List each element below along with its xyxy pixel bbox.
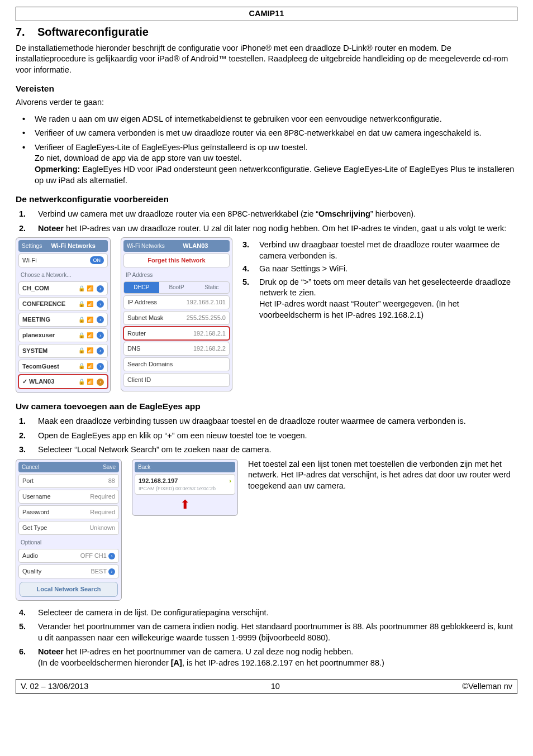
chevron-right-icon[interactable]: ›: [108, 553, 115, 559]
wifi-row-icons: 🔒 📶 ›: [78, 362, 104, 370]
cancel-button[interactable]: Cancel: [22, 463, 39, 471]
tab-dhcp[interactable]: DHCP: [124, 282, 159, 293]
wifi-row-icons: 🔒 📶 ›: [78, 300, 104, 308]
field-value: BEST: [91, 568, 107, 575]
search-domains-row[interactable]: Search Domains: [123, 357, 230, 371]
chevron-right-icon[interactable]: ›: [108, 568, 115, 575]
wifi-row-icons: 🔒 📶 ›: [78, 378, 104, 386]
bold-word: Noteer: [38, 224, 64, 233]
chevron-right-icon[interactable]: ›: [97, 316, 104, 323]
footer-version: V. 02 – 13/06/2013: [21, 681, 88, 692]
side-steps: 3.Verbind uw draagbaar toestel met de dr…: [242, 237, 517, 323]
detail-key: Search Domains: [127, 360, 173, 369]
detail-value: 255.255.255.0: [187, 314, 226, 322]
save-button[interactable]: Save: [103, 463, 116, 471]
field-label: Port: [22, 477, 34, 485]
wifi-toggle-row[interactable]: Wi-Fi ON: [18, 253, 108, 267]
step-text: Druk op de “>” toets om meer details van…: [259, 277, 511, 319]
network-row[interactable]: MEETING🔒 📶 ›: [18, 313, 108, 327]
tab-bootp[interactable]: BootP: [159, 282, 194, 293]
detail-key: Router: [127, 329, 146, 338]
prepare-list: Verbind uw camera met uw draadloze route…: [16, 209, 517, 234]
list-item: Selecteer de camera in de lijst. De conf…: [16, 607, 517, 619]
field-placeholder: Required: [90, 492, 115, 501]
username-row[interactable]: UsernameRequired: [18, 490, 119, 504]
wifi-row-icons: 🔒 📶 ›: [78, 285, 104, 293]
doc-header: CAMIP11: [16, 7, 517, 21]
chevron-right-icon[interactable]: ›: [97, 379, 104, 386]
requirements-lead: Alvorens verder te gaan:: [16, 97, 517, 108]
port-row[interactable]: Port88: [18, 474, 119, 488]
step-number: 3.: [242, 240, 249, 251]
chevron-right-icon[interactable]: ›: [97, 300, 104, 308]
tab-static[interactable]: Static: [194, 282, 229, 293]
arrow-up-icon: ⬆: [135, 496, 235, 513]
chevron-right-icon[interactable]: ›: [97, 332, 104, 339]
step-number: 5.: [242, 277, 249, 288]
wifi-networks-screenshot: Settings Wi-Fi Networks Wi-Fi ON Choose …: [16, 237, 111, 393]
wifi-row-icons: 🔒 📶 ›: [78, 316, 104, 324]
detail-value: 192.168.2.1: [193, 329, 226, 338]
network-row-selected[interactable]: ✓ WLAN03🔒 📶 ›: [18, 375, 108, 389]
step-text: Ga naar Settings > WiFi.: [259, 264, 348, 273]
detail-key: Subnet Mask: [127, 314, 163, 322]
audio-row[interactable]: Audio OFF CH1 ›: [18, 549, 119, 563]
ip-mode-tabs[interactable]: DHCP BootP Static: [123, 281, 230, 294]
note-label: Opmerking:: [35, 165, 80, 174]
section-heading: 7. Softwareconfiguratie: [16, 25, 517, 40]
list-item: Selecteer “Local Network Search” om te z…: [16, 444, 517, 456]
back-button[interactable]: Settings: [22, 242, 42, 250]
local-network-search-button[interactable]: Local Network Search: [20, 582, 118, 597]
detail-row: DNS192.168.2.2: [123, 342, 230, 356]
nav-bar: Settings Wi-Fi Networks: [18, 240, 108, 252]
network-row[interactable]: planexuser🔒 📶 ›: [18, 328, 108, 342]
password-row[interactable]: PasswordRequired: [18, 505, 119, 519]
field-placeholder: Required: [90, 508, 115, 516]
quality-row[interactable]: QualityBEST ›: [18, 564, 119, 578]
network-name: MEETING: [22, 315, 50, 324]
chevron-right-icon[interactable]: ›: [97, 347, 104, 355]
audio-off: OFF: [80, 552, 93, 559]
list-item: Noteer het IP-adres van uw draadloze rou…: [16, 223, 517, 235]
note-text: EagleEyes HD voor iPad ondersteunt geen …: [35, 165, 514, 185]
nav-bar: Back: [135, 462, 235, 473]
list-item: Verbind uw camera met uw draadloze route…: [16, 209, 517, 220]
network-row[interactable]: CONFERENCE🔒 📶 ›: [18, 297, 108, 311]
list-item: Verander het poortnummer van de camera i…: [16, 621, 517, 643]
subheading-prepare: De netwerkconfiguratie voorbereiden: [16, 194, 517, 205]
footer-copyright: ©Velleman nv: [462, 681, 512, 692]
back-button[interactable]: Wi-Fi Networks: [127, 242, 165, 250]
nav-title: Wi-Fi Networks: [51, 242, 95, 250]
wifi-figure-row: Settings Wi-Fi Networks Wi-Fi ON Choose …: [16, 237, 517, 393]
field-label: Audio: [22, 552, 38, 560]
field-value: 88: [108, 477, 115, 485]
chevron-right-icon[interactable]: ›: [97, 285, 104, 293]
step-text: Verbind uw draagbaar toestel met de draa…: [259, 240, 499, 260]
network-row[interactable]: CH_COM🔒 📶 ›: [18, 281, 108, 295]
found-device-row[interactable]: › 192.168.2.197 IPCAM (FIXED) 00:0e:53:1…: [135, 474, 235, 495]
choose-network-label: Choose a Network...: [18, 269, 108, 280]
client-id-row[interactable]: Client ID: [123, 373, 230, 387]
field-label: Username: [22, 492, 51, 501]
bold-word: Noteer: [38, 647, 64, 656]
section-title: Softwareconfiguratie: [37, 26, 149, 38]
detail-row: IP Address192.168.2.101: [123, 295, 230, 309]
wifi-toggle[interactable]: ON: [90, 256, 104, 264]
wifi-row-icons: 🔒 📶 ›: [78, 332, 104, 339]
forget-network-button[interactable]: Forget this Network: [123, 253, 230, 267]
step-number: 4.: [242, 264, 249, 275]
list-item: We raden u aan om uw eigen ADSL of inter…: [16, 114, 517, 125]
back-button[interactable]: Back: [138, 463, 150, 471]
wifi-row-icons: 🔒 📶 ›: [78, 347, 104, 355]
intro-paragraph: De installatiemethode hieronder beschrij…: [16, 43, 517, 76]
form-figure-row: Cancel Save Port88 UsernameRequired Pass…: [16, 459, 517, 601]
list-item: Verifieer of uw camera verbonden is met …: [16, 128, 517, 139]
wifi-label: Wi-Fi: [22, 256, 37, 265]
network-row[interactable]: TecomGuest🔒 📶 ›: [18, 360, 108, 374]
add-camera-list: Maak een draadloze verbinding tussen uw …: [16, 416, 517, 456]
network-row[interactable]: SYSTEM🔒 📶 ›: [18, 344, 108, 358]
side-step: 3.Verbind uw draagbaar toestel met de dr…: [242, 240, 517, 261]
chevron-right-icon[interactable]: ›: [97, 363, 104, 370]
get-type-row[interactable]: Get TypeUnknown: [18, 521, 119, 535]
device-ip: 192.168.2.197: [139, 477, 231, 485]
